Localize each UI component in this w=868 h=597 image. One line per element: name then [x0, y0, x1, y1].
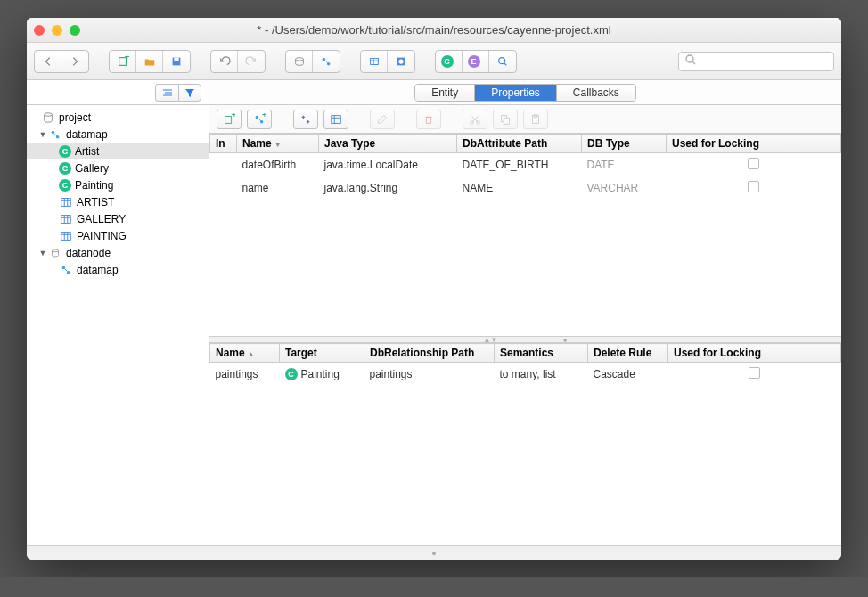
svg-rect-22 — [61, 198, 71, 206]
datamap-icon — [59, 263, 73, 277]
col-name[interactable]: Name▼ — [237, 135, 319, 153]
svg-rect-42 — [332, 115, 341, 123]
new-attribute-button[interactable]: + — [217, 110, 242, 129]
status-bar: ● — [27, 545, 841, 560]
zoom-button[interactable] — [70, 25, 80, 36]
new-project-button[interactable]: + — [110, 51, 136, 72]
redo-button[interactable] — [238, 51, 265, 72]
collapse-tree-button[interactable] — [155, 84, 178, 102]
expand-arrow-icon[interactable]: ▼ — [37, 130, 48, 139]
objentity-icon: C — [285, 368, 298, 380]
col-locking[interactable]: Used for Locking — [668, 344, 841, 363]
dbentity-icon — [59, 212, 73, 226]
search-field[interactable] — [678, 52, 834, 71]
edit-button[interactable] — [370, 110, 395, 129]
col-java-type[interactable]: Java Type — [319, 135, 457, 153]
col-db-type[interactable]: DB Type — [582, 135, 667, 153]
main-toolbar: + C E — [27, 43, 841, 80]
attributes-table: In Name▼ Java Type DbAttribute Path DB T… — [209, 134, 841, 200]
svg-line-15 — [692, 61, 695, 64]
objentity-icon: C — [59, 162, 71, 175]
search-icon — [684, 53, 697, 69]
copy-button[interactable] — [493, 110, 518, 129]
col-name[interactable]: Name▲ — [210, 344, 280, 363]
tree-label: Gallery — [75, 162, 109, 175]
tree-label: datamap — [66, 128, 108, 141]
tree-project[interactable]: project — [27, 109, 209, 126]
locking-checkbox[interactable] — [748, 181, 759, 192]
close-button[interactable] — [34, 25, 45, 36]
svg-point-4 — [295, 57, 303, 61]
search-button[interactable] — [489, 51, 516, 72]
forward-button[interactable] — [61, 51, 88, 72]
tree-datanode[interactable]: ▼ datanode — [27, 244, 209, 261]
table-row[interactable]: paintings CPainting paintings to many, l… — [210, 363, 841, 387]
col-db-attr[interactable]: DbAttribute Path — [457, 135, 582, 153]
col-locking[interactable]: Used for Locking — [667, 135, 841, 153]
tab-entity[interactable]: Entity — [415, 85, 475, 101]
tree-label: Artist — [75, 145, 99, 158]
tree-dbentity-artist[interactable]: ARTIST — [27, 193, 209, 210]
col-target[interactable]: Target — [280, 344, 364, 363]
paste-button[interactable] — [523, 110, 548, 129]
window-title: * - /Users/demo/work/tutorial/src/main/r… — [27, 23, 841, 37]
tree-dbentity-gallery[interactable]: GALLERY — [27, 210, 209, 227]
filter-button[interactable] — [178, 84, 201, 102]
svg-rect-45 — [426, 117, 430, 123]
tab-properties[interactable]: Properties — [475, 85, 557, 101]
col-inherited[interactable]: In — [210, 135, 237, 153]
svg-rect-7 — [370, 58, 378, 64]
tab-bar: Entity Properties Callbacks — [209, 80, 841, 105]
delete-button[interactable] — [416, 110, 441, 129]
minimize-button[interactable] — [52, 25, 62, 36]
save-button[interactable] — [163, 51, 190, 72]
locking-checkbox[interactable] — [749, 367, 760, 379]
svg-point-19 — [45, 112, 53, 116]
datanode-icon[interactable] — [286, 51, 313, 72]
tree-entity-painting[interactable]: C Painting — [27, 176, 209, 193]
objentity-icon: C — [59, 145, 71, 158]
locking-checkbox[interactable] — [748, 158, 759, 169]
e-entity-button[interactable]: E — [463, 51, 489, 72]
table-row[interactable]: name java.lang.String NAME VARCHAR — [210, 176, 841, 200]
datamap-icon — [48, 127, 62, 142]
objentity-button[interactable] — [388, 51, 414, 72]
svg-point-14 — [686, 55, 693, 62]
dbentity-icon — [59, 195, 73, 209]
expand-arrow-icon[interactable]: ▼ — [37, 249, 48, 258]
open-button[interactable] — [136, 51, 163, 72]
tree-label: datamap — [77, 264, 119, 276]
c-entity-button[interactable]: C — [436, 51, 463, 72]
svg-line-13 — [504, 62, 507, 65]
svg-rect-3 — [174, 57, 178, 61]
svg-rect-30 — [61, 232, 71, 240]
view-db-button[interactable] — [323, 110, 348, 129]
svg-rect-26 — [61, 215, 71, 223]
svg-text:+: + — [124, 55, 128, 61]
dbentity-button[interactable] — [361, 51, 388, 72]
svg-text:+: + — [262, 113, 266, 119]
tree-entity-artist[interactable]: C Artist — [27, 143, 209, 159]
traffic-lights — [34, 25, 80, 36]
table-row[interactable]: dateOfBirth java.time.LocalDate DATE_OF_… — [210, 153, 841, 177]
svg-point-11 — [398, 59, 403, 63]
tree-label: GALLERY — [77, 213, 126, 225]
tree-entity-gallery[interactable]: C Gallery — [27, 159, 209, 176]
datamap-icon[interactable] — [313, 51, 340, 72]
undo-button[interactable] — [211, 51, 238, 72]
col-delete-rule[interactable]: Delete Rule — [588, 344, 668, 363]
cut-button[interactable] — [463, 110, 487, 129]
tree-dbentity-painting[interactable]: PAINTING — [27, 227, 209, 244]
tab-callbacks[interactable]: Callbacks — [557, 85, 635, 101]
splitter[interactable]: ▲▼ ● — [209, 336, 841, 343]
new-relationship-button[interactable]: + — [247, 110, 272, 129]
tree-datamap[interactable]: ▼ datamap — [27, 126, 209, 143]
col-semantics[interactable]: Semantics — [495, 344, 588, 363]
tree-datanode-map[interactable]: datamap — [27, 261, 209, 278]
search-input[interactable] — [700, 55, 828, 68]
main-panel: Entity Properties Callbacks + + — [209, 80, 841, 545]
col-db-rel[interactable]: DbRelationship Path — [364, 344, 495, 363]
sync-button[interactable] — [293, 110, 318, 129]
back-button[interactable] — [35, 51, 61, 72]
svg-rect-37 — [225, 116, 232, 123]
